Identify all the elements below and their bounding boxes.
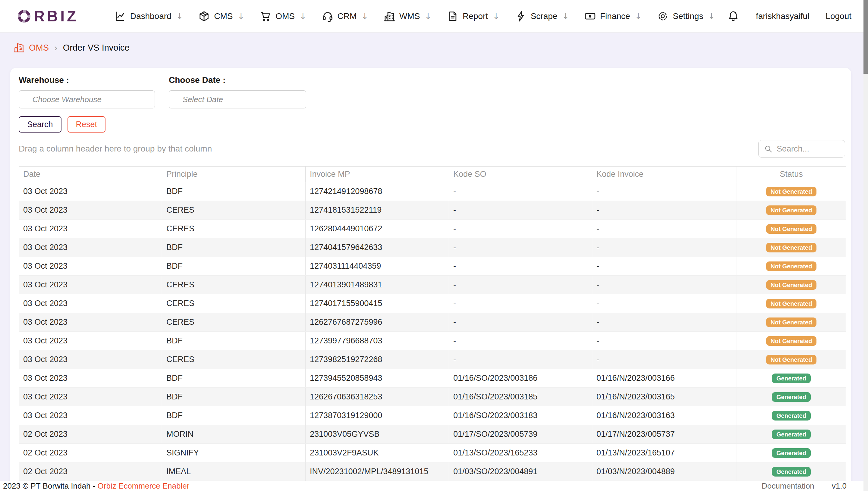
username[interactable]: fariskhasyaiful	[756, 11, 809, 21]
chevron-down-icon: ↓	[562, 11, 569, 21]
cell-kode-invoice: -	[592, 220, 737, 238]
cell-kode-invoice: -	[592, 313, 737, 331]
column-header-kode-so[interactable]: Kode SO	[449, 167, 592, 182]
table-body: 03 Oct 2023BDF1274214912098678--Not Gene…	[19, 182, 846, 481]
table-row[interactable]: 03 Oct 2023BDF1273997796688703--Not Gene…	[19, 331, 846, 350]
table-row[interactable]: 03 Oct 2023BDF127387031912900001/16/SO/2…	[19, 406, 846, 425]
cell-invoice-mp: 1274181531522119	[306, 201, 449, 220]
scrollbar-thumb[interactable]	[864, 0, 868, 74]
table-row[interactable]: 03 Oct 2023CERES1262804449010672--Not Ge…	[19, 220, 846, 238]
cell-kode-so: 01/16/SO/2023/003185	[449, 388, 592, 406]
nav-item-label: Settings	[673, 11, 703, 21]
nav-item-finance[interactable]: Finance↓	[584, 10, 642, 22]
table-row[interactable]: 03 Oct 2023BDF1274041579642633--Not Gene…	[19, 238, 846, 257]
status-badge-not-generated: Not Generated	[766, 224, 817, 234]
copyright-prefix: 2023 © PT Borwita Indah -	[3, 481, 97, 490]
column-header-principle[interactable]: Principle	[162, 167, 306, 182]
vertical-scrollbar[interactable]	[864, 0, 868, 491]
breadcrumb: OMS › Order VS Invoice	[0, 32, 864, 63]
cell-invoice-mp: 1273945520858943	[306, 369, 449, 388]
reset-button[interactable]: Reset	[67, 116, 106, 133]
cell-kode-so: 01/13/SO/2023/165233	[449, 444, 592, 462]
table-row[interactable]: 03 Oct 2023CERES1273982519272268--Not Ge…	[19, 350, 846, 369]
status-badge-not-generated: Not Generated	[766, 280, 817, 290]
line-chart-icon	[114, 10, 126, 22]
nav-item-scrape[interactable]: Scrape↓	[515, 10, 569, 22]
table-row[interactable]: 03 Oct 2023CERES1274013901489831--Not Ge…	[19, 276, 846, 294]
nav-item-cms[interactable]: CMS↓	[198, 10, 245, 22]
nav-item-report[interactable]: Report↓	[447, 10, 500, 22]
cell-date: 03 Oct 2023	[19, 406, 162, 425]
cell-kode-invoice: 01/17/N/2023/005737	[592, 425, 737, 444]
orbiz-logo[interactable]: RBIZ	[17, 7, 79, 25]
nav-item-crm[interactable]: CRM↓	[321, 10, 368, 22]
cell-invoice-mp: 1273997796688703	[306, 331, 449, 350]
warehouse-select[interactable]	[19, 90, 155, 109]
content-card: Warehouse : Choose Date : Search Reset D…	[10, 68, 851, 486]
table-row[interactable]: 03 Oct 2023BDF1274031114404359--Not Gene…	[19, 257, 846, 276]
data-table: Date Principle Invoice MP Kode SO Kode I…	[19, 166, 846, 481]
table-row[interactable]: 03 Oct 2023CERES1274181531522119--Not Ge…	[19, 201, 846, 220]
cell-kode-invoice: 01/13/N/2023/165107	[592, 444, 737, 462]
cell-status: Not Generated	[737, 182, 846, 201]
nav-item-wms[interactable]: WMS↓	[383, 10, 431, 22]
table-row[interactable]: 03 Oct 2023BDF1274214912098678--Not Gene…	[19, 182, 846, 201]
cell-date: 03 Oct 2023	[19, 388, 162, 406]
table-row[interactable]: 03 Oct 2023BDF127394552085894301/16/SO/2…	[19, 369, 846, 388]
status-badge-generated: Generated	[772, 411, 811, 421]
cell-kode-so: 01/17/SO/2023/005739	[449, 425, 592, 444]
table-row[interactable]: 02 Oct 2023SIGNIFY231003V2F9ASUK01/13/SO…	[19, 444, 846, 462]
column-header-date[interactable]: Date	[19, 167, 162, 182]
chevron-down-icon: ↓	[300, 11, 307, 21]
table-row[interactable]: 02 Oct 2023MORIN231003V05GYVSB01/17/SO/2…	[19, 425, 846, 444]
cell-kode-invoice: -	[592, 201, 737, 220]
group-panel: Drag a column header here to group by th…	[19, 134, 845, 163]
nav-item-settings[interactable]: Settings↓	[657, 10, 715, 22]
cell-kode-invoice: 01/16/N/2023/003163	[592, 406, 737, 425]
cell-invoice-mp: 1274041579642633	[306, 238, 449, 257]
breadcrumb-section[interactable]: OMS	[29, 43, 49, 53]
table-row[interactable]: 02 Oct 2023IMEALINV/20231002/MPL/3489131…	[19, 462, 846, 481]
status-badge-not-generated: Not Generated	[766, 336, 817, 346]
cell-status: Not Generated	[737, 294, 846, 313]
table-row[interactable]: 03 Oct 2023BDF126267063631825301/16/SO/2…	[19, 388, 846, 406]
orbiz-ecommerce-link[interactable]: Orbiz Ecommerce Enabler	[97, 481, 190, 490]
column-header-kode-invoice[interactable]: Kode Invoice	[592, 167, 737, 182]
gear-icon	[657, 10, 669, 22]
cell-status: Generated	[737, 462, 846, 481]
page: RBIZ Dashboard↓CMS↓OMS↓CRM↓WMS↓Report↓Sc…	[0, 0, 864, 491]
chevron-down-icon: ↓	[635, 11, 642, 21]
nav-item-oms[interactable]: OMS↓	[259, 10, 306, 22]
documentation-link[interactable]: Documentation	[762, 481, 814, 491]
logo-text: RBIZ	[34, 7, 79, 25]
cell-invoice-mp: 1273982519272268	[306, 350, 449, 369]
cell-date: 03 Oct 2023	[19, 257, 162, 276]
cell-kode-invoice: -	[592, 182, 737, 201]
cell-invoice-mp: 231003V2F9ASUK	[306, 444, 449, 462]
footer-right: Documentation v1.0	[762, 481, 847, 491]
cell-invoice-mp: 231003V05GYVSB	[306, 425, 449, 444]
cell-principle: CERES	[162, 350, 306, 369]
cell-principle: CERES	[162, 276, 306, 294]
cell-invoice-mp: 1273870319129000	[306, 406, 449, 425]
chevron-down-icon: ↓	[176, 11, 183, 21]
column-header-status[interactable]: Status	[737, 167, 846, 182]
cell-status: Generated	[737, 425, 846, 444]
nav-item-dashboard[interactable]: Dashboard↓	[114, 10, 183, 22]
cell-kode-so: -	[449, 220, 592, 238]
bell-icon[interactable]	[727, 10, 739, 23]
date-select[interactable]	[169, 90, 306, 109]
cell-kode-invoice: 01/16/N/2023/003165	[592, 388, 737, 406]
nav-item-label: CMS	[214, 11, 233, 21]
button-row: Search Reset	[19, 116, 845, 133]
table-row[interactable]: 03 Oct 2023CERES1274017155900415--Not Ge…	[19, 294, 846, 313]
cell-date: 03 Oct 2023	[19, 182, 162, 201]
status-badge-not-generated: Not Generated	[766, 243, 817, 253]
logout-button[interactable]: Logout	[825, 11, 851, 21]
column-header-invoice-mp[interactable]: Invoice MP	[306, 167, 449, 182]
cell-date: 02 Oct 2023	[19, 462, 162, 481]
search-button[interactable]: Search	[19, 116, 61, 133]
table-row[interactable]: 03 Oct 2023CERES1262767687275996--Not Ge…	[19, 313, 846, 331]
cell-kode-so: 01/16/SO/2023/003183	[449, 406, 592, 425]
cell-kode-so: -	[449, 201, 592, 220]
